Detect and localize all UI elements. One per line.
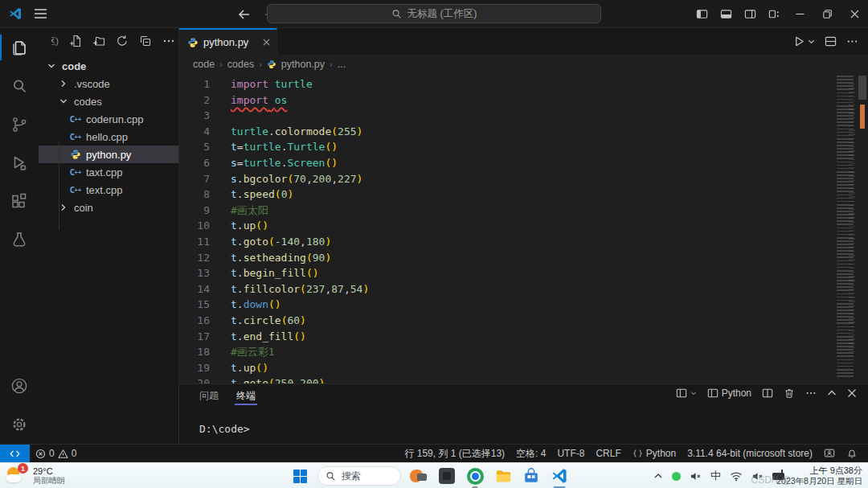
taskbar-search[interactable]: 搜索 xyxy=(317,466,401,486)
maximize-panel-icon[interactable] xyxy=(827,388,837,398)
taskbar-app-browser[interactable] xyxy=(465,465,485,486)
encoding[interactable]: UTF-8 xyxy=(551,448,590,459)
taskbar-app-file-explorer[interactable] xyxy=(493,465,514,486)
tree-item-text.cpp[interactable]: C++text.cpp xyxy=(39,181,178,199)
panel-more-actions-icon[interactable] xyxy=(805,388,817,399)
code-line-5[interactable]: 5t=turtle.Turtle() xyxy=(179,139,831,155)
new-terminal-button[interactable] xyxy=(676,388,697,399)
code-line-12[interactable]: 12t.setheading(90) xyxy=(179,250,831,266)
toggle-sidebar-icon[interactable] xyxy=(690,0,714,28)
new-file-icon[interactable] xyxy=(69,35,82,47)
tray-volume-muted-icon-2[interactable] xyxy=(751,471,764,482)
code-line-20[interactable]: 20t.goto(250,200) xyxy=(179,375,831,383)
code-line-2[interactable]: 2import os xyxy=(179,92,831,109)
taskbar-app-mascot[interactable] xyxy=(408,465,429,486)
taskbar-app-store[interactable] xyxy=(521,465,542,486)
tray-hidden-icons-chevron[interactable] xyxy=(653,471,663,481)
tab-close-icon[interactable] xyxy=(263,39,270,46)
minimap[interactable] xyxy=(837,76,854,379)
code-line-1[interactable]: 1import turtle xyxy=(179,76,831,92)
tree-item-coin[interactable]: coin xyxy=(39,199,178,216)
restore-button[interactable] xyxy=(813,0,841,28)
code-line-7[interactable]: 7s.bgcolor(70,200,227) xyxy=(179,171,831,187)
split-terminal-icon[interactable] xyxy=(762,388,773,399)
start-button[interactable] xyxy=(289,465,310,486)
activity-extensions-icon[interactable] xyxy=(0,182,39,221)
cursor-position[interactable]: 行 159, 列 1 (已选择13) xyxy=(399,447,510,461)
vertical-scrollbar[interactable] xyxy=(857,74,868,383)
language-mode[interactable]: Python xyxy=(627,448,682,459)
more-actions-icon[interactable] xyxy=(162,35,175,47)
tree-item-python.py[interactable]: python.py xyxy=(39,146,178,163)
close-panel-icon[interactable] xyxy=(847,388,857,398)
customize-layout-icon[interactable] xyxy=(762,0,786,28)
code-line-16[interactable]: 16t.circle(60) xyxy=(179,313,831,329)
breadcrumb-item[interactable]: python.py xyxy=(281,59,325,70)
taskbar-app-dark[interactable] xyxy=(436,465,457,486)
terminal-prompt[interactable]: D:\code> xyxy=(199,423,250,435)
activity-settings-icon[interactable] xyxy=(0,405,39,444)
tray-volume-muted-icon[interactable] xyxy=(690,471,702,482)
code-line-15[interactable]: 15t.down() xyxy=(179,297,831,313)
command-center-search[interactable]: 无标题 (工作区) xyxy=(267,4,601,23)
python-interpreter[interactable]: 3.11.4 64-bit (microsoft store) xyxy=(682,448,818,459)
tab-terminal[interactable]: 终端 xyxy=(236,384,256,407)
tray-green-status-icon[interactable] xyxy=(672,472,681,481)
refresh-icon[interactable] xyxy=(116,35,129,47)
code-line-14[interactable]: 14t.fillcolor(237,87,54) xyxy=(179,281,831,297)
scrollbar-thumb[interactable] xyxy=(858,76,866,100)
tab-problems[interactable]: 问题 xyxy=(199,384,219,407)
code-line-17[interactable]: 17t.end_fill() xyxy=(179,329,831,345)
tree-item-coderun.cpp[interactable]: C++coderun.cpp xyxy=(39,110,178,128)
wifi-icon[interactable] xyxy=(730,471,743,482)
tree-item-taxt.cpp[interactable]: C++taxt.cpp xyxy=(39,163,178,181)
close-button[interactable] xyxy=(841,0,868,28)
tree-item-hello.cpp[interactable]: C++hello.cpp xyxy=(39,128,178,146)
activity-account-icon[interactable] xyxy=(0,367,39,405)
problems-status[interactable]: 0 0 xyxy=(30,448,82,459)
breadcrumb-item[interactable]: ... xyxy=(338,59,346,70)
activity-search-icon[interactable] xyxy=(0,67,39,105)
feedback-icon[interactable] xyxy=(818,448,841,459)
tree-item-codes[interactable]: codes xyxy=(39,92,178,110)
activity-testing-icon[interactable] xyxy=(0,221,39,260)
breadcrumb-item[interactable]: codes xyxy=(227,59,254,70)
clock-widget[interactable]: 上午 9点38分 2023年8月20日 星期日 xyxy=(776,465,862,486)
code-editor[interactable]: 1import turtle2import os34turtle.colormo… xyxy=(179,74,868,383)
back-arrow-icon[interactable] xyxy=(238,9,251,20)
tree-item-code[interactable]: code xyxy=(39,57,178,75)
remote-indicator[interactable] xyxy=(0,445,30,462)
activity-explorer-icon[interactable] xyxy=(0,28,39,67)
menu-hamburger-icon[interactable] xyxy=(34,8,47,19)
collapse-all-icon[interactable] xyxy=(139,35,152,47)
code-line-8[interactable]: 8t.speed(0) xyxy=(179,187,831,203)
breadcrumb-item[interactable]: code xyxy=(193,59,215,70)
code-line-19[interactable]: 19t.up() xyxy=(179,360,831,376)
taskbar-app-vscode[interactable] xyxy=(549,465,570,486)
terminal-instance-python[interactable]: Python xyxy=(707,388,751,399)
kill-terminal-trash-icon[interactable] xyxy=(784,388,795,399)
run-button[interactable] xyxy=(793,35,815,47)
editor-more-actions-icon[interactable] xyxy=(846,35,858,47)
minimize-button[interactable] xyxy=(786,0,813,28)
notifications-bell-icon[interactable] xyxy=(841,448,863,459)
ime-indicator[interactable]: 中 xyxy=(710,469,721,483)
code-line-10[interactable]: 10t.up() xyxy=(179,218,831,234)
eol-sequence[interactable]: CRLF xyxy=(590,448,626,459)
code-line-13[interactable]: 13t.begin_fill() xyxy=(179,265,831,281)
weather-widget[interactable]: 1 29°C 局部晴朗 xyxy=(6,465,65,486)
code-line-18[interactable]: 18#画云彩1 xyxy=(179,344,831,360)
toggle-panel-icon[interactable] xyxy=(714,0,738,28)
code-line-4[interactable]: 4turtle.colormode(255) xyxy=(179,124,831,140)
tree-item-.vscode[interactable]: .vscode xyxy=(39,75,178,92)
new-folder-icon[interactable] xyxy=(92,35,105,47)
toggle-secondary-sidebar-icon[interactable] xyxy=(738,0,762,28)
code-line-3[interactable]: 3 xyxy=(179,108,831,124)
code-line-11[interactable]: 11t.goto(-140,180) xyxy=(179,234,831,250)
indentation[interactable]: 空格: 4 xyxy=(510,447,551,461)
split-editor-icon[interactable] xyxy=(825,35,837,47)
activity-run-debug-icon[interactable] xyxy=(0,144,39,182)
activity-source-control-icon[interactable] xyxy=(0,105,39,144)
code-line-9[interactable]: 9#画太阳 xyxy=(179,203,831,219)
tab-python-py[interactable]: python.py xyxy=(179,28,277,55)
